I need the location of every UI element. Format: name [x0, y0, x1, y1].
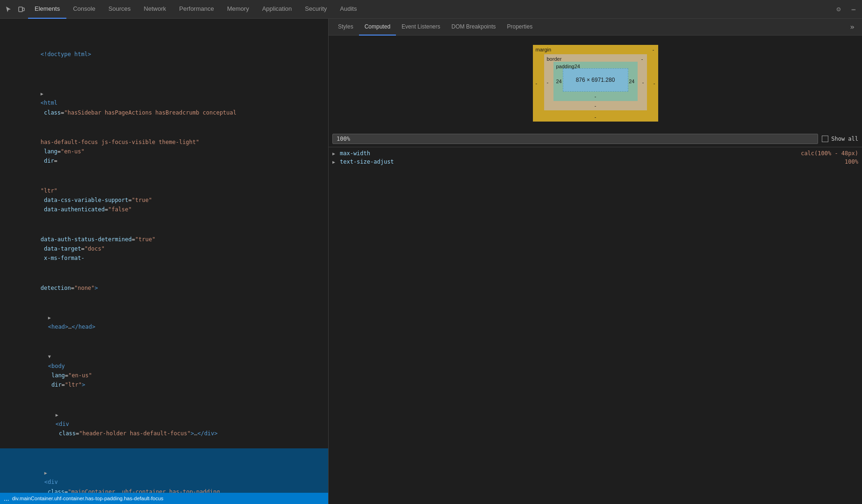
dom-line-html-3[interactable]: "ltr" data-css-variable-support="true" d…	[0, 176, 328, 224]
tab-console[interactable]: Console	[66, 0, 102, 19]
box-model: margin - - - - border - - - -	[533, 45, 658, 122]
collapse-arrow[interactable]: ▼	[48, 353, 54, 360]
border-label: border	[547, 56, 562, 62]
breadcrumb-path: div.mainContainer.uhf-container.has-top-…	[12, 496, 164, 501]
padding-right: 24	[629, 79, 634, 84]
more-options-icon[interactable]: ⋯	[847, 3, 860, 16]
show-all-container: Show all	[822, 136, 858, 142]
prop-name-text-size-adjust: text-size-adjust	[340, 158, 394, 165]
device-icon[interactable]	[15, 3, 28, 16]
css-prop-max-width[interactable]: ▶ max-width calc(100% - 48px)	[329, 149, 862, 158]
box-border: border - - - - padding24 24 24 -	[544, 54, 647, 110]
dom-line-main-container[interactable]: ▶ <div class="mainContainer uhf-containe…	[0, 448, 328, 493]
right-panel: Styles Computed Event Listeners DOM Brea…	[329, 19, 862, 504]
collapse-arrow[interactable]	[41, 41, 46, 49]
collapse-arrow[interactable]: ▶	[48, 314, 54, 322]
margin-left-val: -	[536, 80, 538, 86]
dom-line-html-4[interactable]: data-auth-status-determined="true" data-…	[0, 224, 328, 273]
box-model-container: margin - - - - border - - - -	[329, 36, 862, 131]
tab-properties[interactable]: Properties	[501, 19, 538, 36]
right-tabs: Styles Computed Event Listeners DOM Brea…	[329, 19, 862, 36]
more-tabs-button[interactable]: »	[846, 22, 858, 31]
border-dash: -	[641, 56, 643, 62]
show-all-label[interactable]: Show all	[831, 136, 858, 142]
tab-audits[interactable]: Audits	[333, 0, 363, 19]
border-bottom: -	[595, 103, 596, 108]
breadcrumb-bar: ... div.mainContainer.uhf-container.has-…	[0, 493, 328, 504]
padding-bottom: -	[595, 94, 596, 99]
tab-event-listeners[interactable]: Event Listeners	[396, 19, 446, 36]
pointer-icon[interactable]	[2, 3, 15, 16]
prop-value-text-size-adjust: 100%	[841, 158, 858, 165]
tab-sources[interactable]: Sources	[102, 0, 137, 19]
breadcrumb-more[interactable]: ...	[4, 495, 9, 502]
margin-dash-top-right: -	[653, 47, 654, 52]
dom-line-html[interactable]: ▶ <html class="hasSidebar hasPageActions…	[0, 69, 328, 127]
dom-line-html-5[interactable]: detection="none">	[0, 273, 328, 302]
prop-value-max-width: calc(100% - 48px)	[797, 150, 858, 157]
show-all-checkbox[interactable]	[822, 136, 828, 142]
dom-panel: <!doctype html> ▶ <html class="hasSideba…	[0, 19, 329, 504]
box-content: 876 × 6971.280	[563, 68, 628, 92]
margin-right-val: -	[654, 80, 655, 86]
tab-elements[interactable]: Elements	[28, 0, 66, 19]
tab-network[interactable]: Network	[137, 0, 173, 19]
css-properties-list: ▶ max-width calc(100% - 48px) ▶ text-siz…	[329, 147, 862, 504]
toolbar-right: ☺ ⋯	[832, 3, 860, 16]
main-layout: <!doctype html> ▶ <html class="hasSideba…	[0, 19, 862, 504]
collapse-arrow[interactable]: ▶	[56, 411, 61, 419]
border-right: -	[642, 79, 644, 85]
collapse-arrow[interactable]: ▶	[41, 90, 46, 98]
tab-security[interactable]: Security	[298, 0, 333, 19]
tab-styles[interactable]: Styles	[332, 19, 359, 36]
devtools-toolbar: Elements Console Sources Network Perform…	[0, 0, 862, 19]
smiley-icon[interactable]: ☺	[832, 3, 845, 16]
filter-bar: Show all	[329, 131, 862, 147]
svg-rect-1	[22, 8, 24, 11]
dom-line-header[interactable]: ▶ <div class="header-holder has-default-…	[0, 400, 328, 448]
dom-line-body[interactable]: ▼ <body lang="en-us" dir="ltr">	[0, 342, 328, 400]
prop-name-max-width: max-width	[340, 150, 370, 157]
expand-arrow[interactable]: ▶	[332, 159, 338, 165]
collapse-arrow[interactable]: ▶	[44, 469, 50, 477]
margin-label: margin	[536, 47, 552, 52]
tab-performance[interactable]: Performance	[172, 0, 220, 19]
expand-arrow[interactable]: ▶	[332, 151, 338, 156]
padding-left: 24	[556, 79, 562, 84]
dom-line-html-2[interactable]: has-default-focus js-focus-visible theme…	[0, 127, 328, 176]
padding-label: padding24	[556, 64, 580, 69]
box-padding: padding24 24 24 - 876 × 6971.280	[553, 62, 638, 101]
margin-bottom-val: -	[595, 114, 596, 120]
tab-dom-breakpoints[interactable]: DOM Breakpoints	[446, 19, 502, 36]
css-prop-text-size-adjust[interactable]: ▶ text-size-adjust 100%	[329, 158, 862, 166]
tab-computed[interactable]: Computed	[359, 19, 396, 36]
tab-memory[interactable]: Memory	[221, 0, 256, 19]
content-dimensions: 876 × 6971.280	[576, 77, 615, 83]
dom-tree[interactable]: <!doctype html> ▶ <html class="hasSideba…	[0, 19, 328, 493]
tab-application[interactable]: Application	[256, 0, 299, 19]
box-margin: margin - - - - border - - - -	[533, 45, 658, 122]
filter-input[interactable]	[332, 134, 818, 144]
dom-line-head[interactable]: ▶ <head>…</head>	[0, 302, 328, 342]
border-left: -	[547, 79, 549, 85]
dom-line-doctype[interactable]: <!doctype html>	[0, 21, 328, 69]
svg-rect-0	[19, 7, 22, 12]
